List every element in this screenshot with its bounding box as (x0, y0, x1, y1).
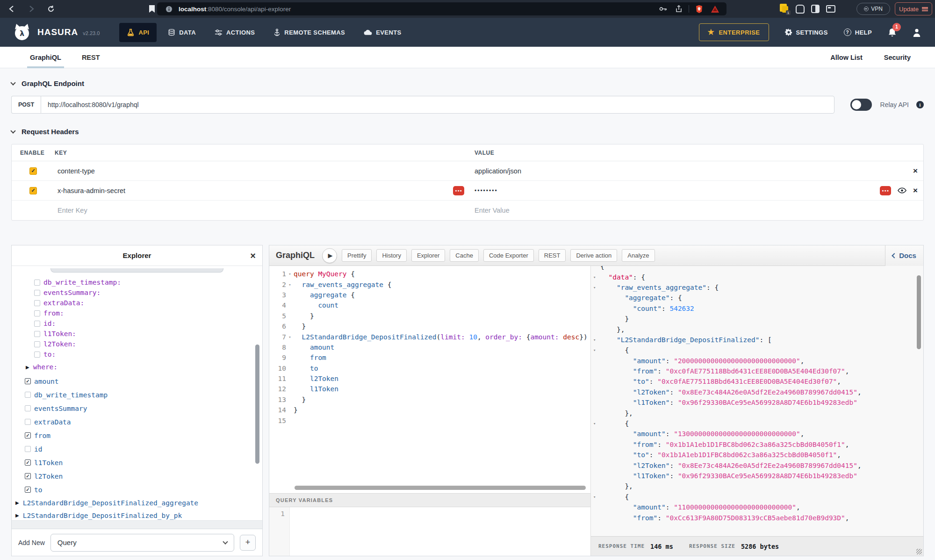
explorer-arg-item[interactable]: from: (12, 308, 262, 318)
tab-events[interactable]: EVENTS (356, 23, 409, 42)
explorer-field-item[interactable]: db_write_timestamp (12, 388, 262, 402)
enable-checkbox[interactable]: ✓ (29, 187, 37, 194)
back-icon[interactable] (4, 2, 20, 15)
site-info-icon[interactable] (163, 3, 175, 14)
checkbox-unchecked-icon[interactable] (34, 321, 40, 327)
explorer-arg-item[interactable]: l1Token: (12, 329, 262, 339)
key-icon[interactable] (657, 3, 669, 14)
header-key[interactable]: x-hasura-admin-secret (58, 187, 125, 194)
graphiql-cache-button[interactable]: Cache (450, 249, 479, 262)
header-key[interactable]: content-type (58, 167, 95, 175)
query-variables-editor[interactable]: 1 (269, 507, 590, 556)
explorer-where-item[interactable]: ▶where: (12, 361, 262, 373)
wallet-extension-icon[interactable] (826, 5, 835, 13)
explorer-root-item[interactable]: ▶L2StandardBridge_DepositFinalized_by_pk (12, 509, 262, 520)
reload-icon[interactable] (43, 2, 59, 15)
brave-shield-icon[interactable] (693, 3, 705, 14)
checkbox-checked-icon[interactable]: ✓ (25, 473, 31, 479)
resize-handle-icon[interactable] (916, 549, 922, 554)
explorer-arg-item[interactable]: eventsSummary: (12, 287, 262, 298)
graphiql-prettify-button[interactable]: Prettify (342, 249, 372, 262)
checkbox-unchecked-icon[interactable] (25, 405, 31, 411)
checkbox-unchecked-icon[interactable] (34, 341, 40, 347)
explorer-arg-item[interactable]: db_write_timestamp: (12, 277, 262, 287)
checkbox-unchecked-icon[interactable] (34, 331, 40, 337)
forward-icon[interactable] (23, 2, 39, 15)
checkbox-unchecked-icon[interactable] (34, 290, 40, 296)
editor-horizontal-scrollbar[interactable] (295, 486, 586, 490)
tab-remote-schemas[interactable]: REMOTE SCHEMAS (266, 23, 352, 42)
explorer-field-item[interactable]: id (12, 442, 262, 456)
tab-security[interactable]: Security (884, 47, 911, 68)
tab-allow-list[interactable]: Allow List (830, 47, 862, 68)
close-icon[interactable]: × (250, 251, 256, 260)
checkbox-checked-icon[interactable]: ✓ (25, 459, 31, 466)
tab-data[interactable]: DATA (160, 23, 203, 42)
graphiql-explorer-button[interactable]: Explorer (411, 249, 445, 262)
explorer-field-item[interactable]: ✓l1Token (12, 456, 262, 469)
password-manager-icon[interactable]: ●●● (453, 186, 464, 195)
graphiql-rest-button[interactable]: REST (539, 249, 566, 262)
checkbox-unchecked-icon[interactable] (34, 280, 40, 286)
graphiql-derive-action-button[interactable]: Derive action (570, 249, 617, 262)
password-manager-icon[interactable]: ●●● (880, 186, 891, 195)
explorer-field-item[interactable]: ✓from (12, 429, 262, 442)
graphiql-code-exporter-button[interactable]: Code Exporter (483, 249, 534, 262)
explorer-arg-item[interactable]: to: (12, 349, 262, 359)
info-icon[interactable]: i (916, 101, 924, 108)
operation-type-select[interactable]: Query (50, 534, 234, 552)
sidebar-toggle-icon[interactable] (811, 5, 820, 13)
header-value-masked[interactable]: •••••••• (475, 187, 498, 194)
checkbox-unchecked-icon[interactable] (25, 392, 31, 398)
enable-checkbox[interactable]: ✓ (29, 167, 37, 175)
reveal-eye-icon[interactable] (898, 187, 906, 194)
explorer-arg-item[interactable]: id: (12, 318, 262, 329)
explorer-root-item[interactable]: ▶L2StandardBridge_DepositFinalized_aggre… (12, 496, 262, 509)
warning-triangle-icon[interactable] (709, 3, 721, 14)
help-button[interactable]: ?HELP (844, 29, 872, 36)
checkbox-checked-icon[interactable]: ✓ (25, 378, 31, 384)
notifications-button[interactable]: 1 (888, 28, 897, 37)
checkbox-unchecked-icon[interactable] (34, 300, 40, 306)
request-headers-section-header[interactable]: Request Headers (11, 128, 924, 136)
checkbox-checked-icon[interactable]: ✓ (25, 432, 31, 438)
explorer-field-item[interactable]: ✓to (12, 483, 262, 496)
graphiql-history-button[interactable]: History (376, 249, 406, 262)
tab-rest[interactable]: REST (82, 47, 100, 68)
explorer-field-item[interactable]: ✓l2Token (12, 469, 262, 483)
share-icon[interactable] (673, 3, 685, 14)
graphql-endpoint-section-header[interactable]: GraphQL Endpoint (11, 79, 924, 87)
user-button[interactable] (913, 28, 921, 37)
relay-api-toggle[interactable] (850, 99, 872, 111)
url-bar[interactable]: localhost:8080/console/api/api-explorer (157, 2, 726, 15)
explorer-arg-item[interactable]: extraData: (12, 298, 262, 308)
tab-actions[interactable]: ACTIONS (207, 23, 262, 42)
explorer-field-item[interactable]: eventsSummary (12, 402, 262, 415)
update-button[interactable]: Update (895, 2, 932, 15)
checkbox-unchecked-icon[interactable] (25, 419, 31, 425)
extension-icon[interactable] (796, 5, 805, 14)
notes-extension-icon[interactable]: 1 (780, 4, 789, 14)
checkbox-unchecked-icon[interactable] (34, 352, 40, 358)
endpoint-url-input[interactable] (41, 96, 834, 114)
explorer-scrollbar[interactable] (255, 345, 259, 464)
query-editor[interactable]: 1▾query MyQuery {2▾ raw_events_aggregate… (269, 266, 590, 493)
add-operation-button[interactable]: + (240, 535, 256, 551)
explorer-field-item[interactable]: extraData (12, 415, 262, 429)
tab-graphiql[interactable]: GraphiQL (30, 47, 61, 68)
enterprise-button[interactable]: ★ENTERPRISE (699, 23, 769, 41)
docs-button[interactable]: Docs (885, 245, 923, 266)
hasura-logo[interactable]: λ HASURA v2.23.0 (12, 23, 100, 42)
header-value[interactable]: application/json (475, 167, 521, 175)
remove-header-icon[interactable]: × (913, 167, 918, 175)
checkbox-unchecked-icon[interactable] (25, 446, 31, 452)
explorer-arg-item[interactable]: l2Token: (12, 339, 262, 349)
graphiql-analyze-button[interactable]: Analyze (622, 249, 654, 262)
vpn-button[interactable]: VPN (856, 3, 890, 15)
new-header-value-input[interactable]: Enter Value (475, 207, 510, 214)
tab-api[interactable]: API (119, 23, 157, 42)
explorer-field-item[interactable]: ✓amount (12, 374, 262, 388)
query-variables-header[interactable]: QUERY VARIABLES (269, 493, 590, 507)
checkbox-checked-icon[interactable]: ✓ (25, 487, 31, 493)
checkbox-unchecked-icon[interactable] (34, 310, 40, 316)
